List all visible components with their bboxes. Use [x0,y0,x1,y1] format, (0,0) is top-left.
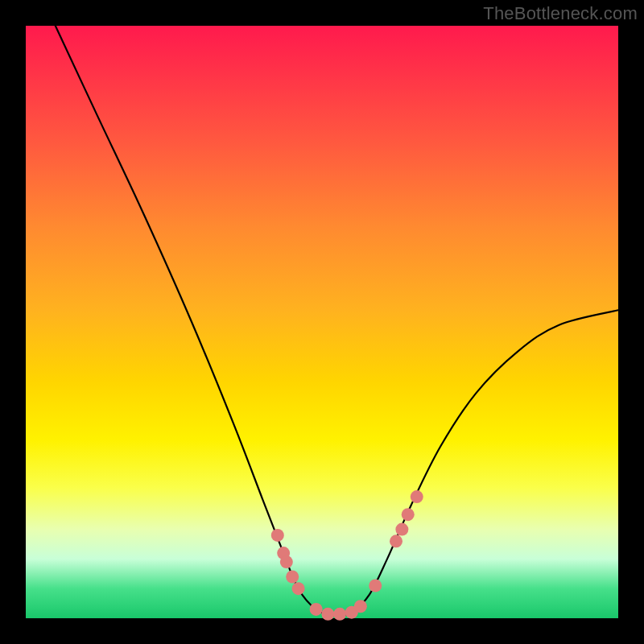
curve-marker-dot [354,600,367,613]
curve-marker-dot [280,555,293,568]
bottleneck-curve [56,26,618,616]
plot-area [26,26,618,618]
curve-marker-dot [390,535,402,547]
curve-markers [271,490,423,621]
curve-marker-dot [310,603,323,616]
watermark-text: TheBottleneck.com [483,3,638,24]
curve-marker-dot [286,570,299,583]
curve-marker-dot [271,529,284,542]
curve-marker-dot [333,608,346,621]
curve-marker-dot [395,523,408,536]
chart-svg [26,26,618,618]
curve-marker-dot [292,582,305,595]
curve-marker-dot [402,508,415,521]
curve-marker-dot [321,608,334,621]
curve-marker-dot [411,490,423,503]
chart-frame: TheBottleneck.com [0,0,644,644]
curve-marker-dot [369,580,382,592]
